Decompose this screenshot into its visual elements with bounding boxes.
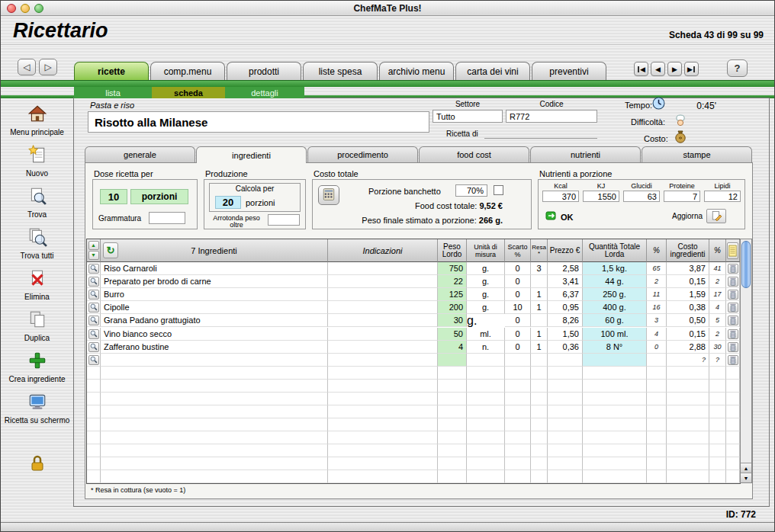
dose-value-field[interactable]: 10 [100,189,127,204]
nutrient-value[interactable]: 1550 [583,191,619,202]
calcola-value-field[interactable]: 20 [215,196,241,209]
ingredient-name[interactable]: Preparato per brodo di carne [101,275,328,288]
sidebar-item-duplica[interactable]: Duplica [1,309,73,351]
dose-unit-field[interactable]: porzioni [130,189,188,204]
scroll-down-button[interactable]: ▼ [741,473,751,482]
unita-cell[interactable]: g. [467,262,505,275]
previous-record-button[interactable]: ◀ [651,62,665,76]
next-record-button[interactable]: ▶ [667,62,682,76]
ingredient-indicazioni[interactable] [328,354,438,367]
quantita-cell[interactable]: 60 g. [583,314,647,327]
scarto-cell[interactable]: 0 [505,341,531,354]
peso-lordo-cell[interactable]: 30 [438,314,467,327]
nutrient-value[interactable]: 7 [664,191,700,202]
resa-cell[interactable]: 1 [531,328,548,341]
resa-cell[interactable]: 1 [531,301,548,314]
detail-tab-stampe[interactable]: stampe [642,146,752,162]
resa-cell[interactable] [531,314,548,327]
prezzo-cell[interactable]: 8,26 [548,314,583,327]
nutrient-value[interactable]: 63 [623,191,660,202]
notes-button[interactable] [727,242,738,259]
ingredient-indicazioni[interactable] [328,301,438,314]
refresh-button[interactable]: ↻ [103,242,118,258]
peso-lordo-cell[interactable]: 750 [438,262,467,275]
unita-cell[interactable]: ml. [467,328,505,341]
unita-cell[interactable] [467,354,505,367]
quantita-cell[interactable]: 1,5 kg. [583,262,647,275]
sidebar-item-nuovo[interactable]: Nuovo [1,145,73,186]
row-magnifier-button[interactable] [88,277,99,287]
arrotonda-field[interactable] [268,214,300,226]
scarto-cell[interactable]: 0 [505,288,531,301]
subtab-dettagli[interactable]: dettagli [225,87,304,98]
quantita-cell[interactable]: 8 N° [583,341,647,354]
quantita-cell[interactable] [583,354,647,367]
ingredient-name[interactable] [101,354,328,367]
ingredient-indicazioni[interactable] [328,314,438,327]
prezzo-cell[interactable]: 0,95 [548,301,583,314]
lock-control[interactable] [1,454,73,477]
unita-cell[interactable]: n. [467,341,505,354]
row-trash-button[interactable] [728,303,738,312]
prezzo-cell[interactable]: 1,50 [548,328,583,341]
ingredient-name[interactable]: Zafferano bustine [101,341,328,354]
quantita-cell[interactable]: 400 g. [583,301,647,314]
sidebar-item-trova-tutti[interactable]: Trova tutti [1,227,73,268]
row-magnifier-button[interactable] [88,342,99,352]
codice-field[interactable]: R772 [506,110,597,123]
ingredient-name[interactable]: Cipolle [101,301,328,314]
prezzo-cell[interactable]: 0,36 [548,341,583,354]
sidebar-item-elimina[interactable]: Elimina [1,268,73,309]
sidebar-item-menu-principale[interactable]: Menu principale [1,104,73,145]
quantita-cell[interactable]: 250 g. [583,288,647,301]
sidebar-item-ricetta-su-schermo[interactable]: Ricetta su schermo [1,392,73,433]
ingredient-name[interactable]: Grana Padano grattugiato [101,314,328,327]
ingredient-indicazioni[interactable] [328,262,438,275]
scarto-cell[interactable] [505,354,531,367]
unita-cell[interactable]: g. [467,288,505,301]
scarto-cell[interactable]: 10 [505,301,531,314]
row-trash-button[interactable] [728,342,738,352]
scarto-cell[interactable]: 0 [505,275,531,288]
peso-lordo-cell[interactable]: 200 [438,301,467,314]
forward-button[interactable]: ▷ [39,59,57,75]
unita-cell[interactable]: g. [467,301,505,314]
sort-up-button[interactable]: ▲ [88,241,99,250]
vertical-scrollbar[interactable]: ▲ ▼ [740,239,752,483]
ingredient-indicazioni[interactable] [328,341,438,354]
main-tab-preventivi[interactable]: preventivi [532,62,606,80]
main-tab-carta-dei-vini[interactable]: carta dei vini [455,62,530,80]
main-tab-liste-spesa[interactable]: liste spesa [303,62,378,80]
detail-tab-procedimento[interactable]: procedimento [307,146,418,162]
subtab-scheda[interactable]: scheda [152,87,225,98]
scarto-cell[interactable]: 0 [505,328,531,341]
main-tab-archivio-menu[interactable]: archivio menu [379,62,454,80]
row-magnifier-button[interactable] [88,290,99,300]
detail-tab-generale[interactable]: generale [85,146,195,162]
ingredient-name[interactable]: Riso Carnaroli [101,262,328,275]
peso-lordo-cell[interactable]: 22 [438,275,467,288]
row-magnifier-button[interactable] [88,303,99,312]
aggiorna-button[interactable] [706,209,726,223]
prezzo-cell[interactable] [548,354,583,367]
row-trash-button[interactable] [728,355,738,365]
row-trash-button[interactable] [728,277,738,287]
banchetto-checkbox[interactable] [494,185,503,195]
ricetta-di-field[interactable] [484,127,597,139]
sort-down-button[interactable]: ▼ [88,251,99,260]
scarto-cell[interactable]: 0 [505,314,531,327]
main-tab-prodotti[interactable]: prodotti [227,62,301,80]
help-button[interactable]: ? [727,59,748,77]
detail-tab-ingredienti[interactable]: ingredienti [196,146,307,163]
ingredient-name[interactable]: Burro [101,288,328,301]
first-record-button[interactable]: ◀ [634,62,648,76]
ingredient-name[interactable]: Vino bianco secco [101,328,328,341]
nutrient-value[interactable]: 12 [704,191,741,202]
peso-lordo-cell[interactable]: 4 [438,341,467,354]
resa-cell[interactable]: 1 [531,288,548,301]
peso-lordo-cell[interactable]: 125 [438,288,467,301]
resa-cell[interactable] [531,354,548,367]
row-trash-button[interactable] [728,329,738,339]
quantita-cell[interactable]: 44 g. [583,275,647,288]
unita-cell[interactable]: g. [467,314,505,328]
